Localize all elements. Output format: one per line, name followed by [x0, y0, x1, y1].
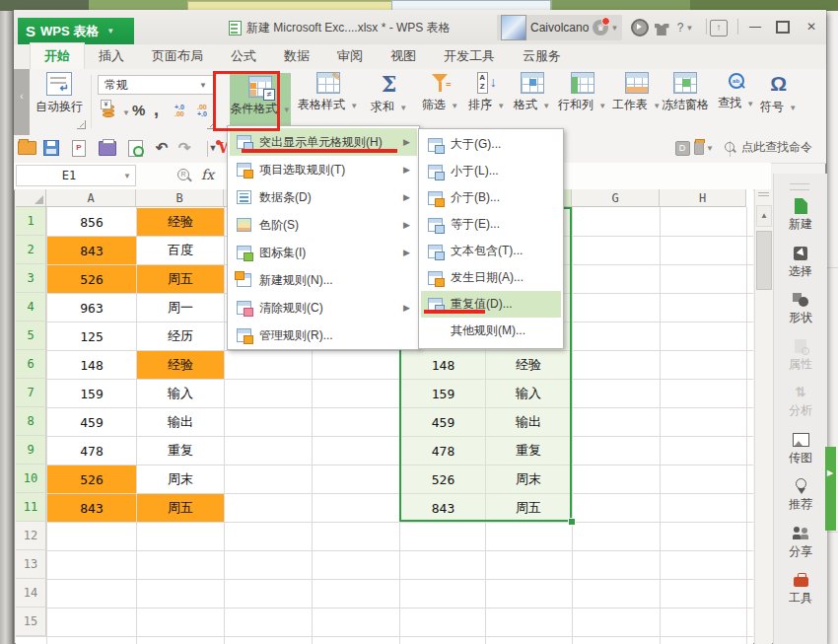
cell-B10[interactable]: 周末 — [137, 465, 224, 493]
scrollbar-thumb[interactable] — [756, 231, 772, 290]
cell-A3[interactable]: 526 — [47, 265, 136, 293]
number-format-select[interactable]: 常规 ▼ — [98, 75, 214, 95]
tab-review[interactable]: 审阅 — [323, 43, 377, 69]
cell-A2[interactable]: 843 — [47, 237, 136, 264]
app-tab[interactable]: S WPS 表格 ▼ — [18, 18, 134, 44]
undo-button[interactable]: ↶ — [152, 139, 172, 157]
cell-A4[interactable]: 963 — [47, 294, 136, 322]
symbol-button[interactable]: Ω 符号 ▼ — [760, 72, 797, 115]
cell-A6[interactable]: 148 — [47, 351, 136, 379]
save-button[interactable] — [41, 139, 61, 157]
split-handle[interactable] — [758, 192, 769, 196]
row-header-8[interactable]: 8 — [16, 407, 46, 436]
row-header-12[interactable]: 12 — [16, 522, 46, 550]
cell-A11[interactable]: 843 — [47, 494, 136, 522]
comma-style-button[interactable]: , — [154, 100, 159, 120]
menu-item-clear-rules[interactable]: 清除规则(C)▶ — [230, 294, 417, 322]
decrease-decimal-button[interactable]: .00+.0 — [197, 104, 207, 117]
row-header-13[interactable]: 13 — [16, 550, 46, 579]
column-header-H[interactable]: H — [660, 189, 746, 207]
scroll-up-arrow[interactable]: ▲ — [756, 205, 772, 227]
menu-item-data-bars[interactable]: 数据条(D)▶ — [230, 183, 417, 211]
tab-insert[interactable]: 插入 — [85, 43, 138, 69]
row-header-6[interactable]: 6 — [16, 350, 46, 379]
row-header-11[interactable]: 11 — [16, 493, 46, 522]
avatar[interactable] — [501, 15, 526, 40]
cell-F6[interactable]: 经验 — [486, 351, 571, 379]
find-button[interactable]: ab 查找 ▼ — [718, 72, 754, 111]
docer-button[interactable]: D — [672, 139, 692, 157]
menu-item-color-scales[interactable]: 色阶(S)▶ — [230, 211, 417, 239]
submenu-item-more-rules[interactable]: 其他规则(M)... — [421, 318, 561, 344]
cell-E11[interactable]: 843 — [401, 494, 485, 522]
vip-crown-icon[interactable]: ♛ — [593, 20, 608, 36]
row-header-1[interactable]: 1 — [16, 207, 46, 236]
sidebar-item-tools[interactable]: 工具 — [774, 571, 827, 614]
cell-B2[interactable]: 百度 — [137, 237, 224, 264]
row-header-4[interactable]: 4 — [16, 293, 46, 322]
close-button[interactable]: ✕ — [800, 18, 823, 36]
sidebar-item-recommend[interactable]: 推荐 — [774, 477, 827, 521]
redo-button[interactable]: ↷ — [175, 139, 194, 157]
row-header-2[interactable]: 2 — [16, 236, 46, 264]
print-button[interactable] — [98, 139, 117, 157]
tab-developer[interactable]: 开发工具 — [430, 43, 509, 69]
sidebar-item-upload-image[interactable]: 传图 — [774, 431, 827, 474]
cell-F10[interactable]: 周末 — [486, 465, 571, 493]
menu-item-new-rule[interactable]: 新建规则(N)... — [230, 266, 417, 294]
percent-style-button[interactable]: % — [132, 102, 145, 118]
filter-button[interactable]: 筛选 ▼ — [422, 72, 458, 113]
submenu-item-equal-to[interactable]: 等于(E)... — [421, 211, 561, 238]
tab-home[interactable]: 开始 — [30, 42, 85, 69]
cell-A7[interactable]: 159 — [47, 380, 136, 407]
cell-E6[interactable]: 148 — [401, 351, 485, 379]
chevron-down-icon[interactable]: ▼ — [123, 172, 131, 180]
row-header-3[interactable]: 3 — [16, 264, 46, 293]
sidebar-item-share[interactable]: 分享 — [774, 525, 827, 568]
cell-A5[interactable]: 125 — [47, 322, 136, 350]
row-header-5[interactable]: 5 — [16, 322, 46, 350]
user-account-area[interactable]: Caivolcano ♛ ▼ — [497, 15, 622, 40]
submenu-item-text-contains[interactable]: 文本包含(T)... — [421, 238, 561, 264]
cell-A9[interactable]: 478 — [47, 437, 136, 465]
row-header-14[interactable]: 14 — [16, 579, 46, 608]
sort-button[interactable]: AZ↓ 排序 ▼ — [468, 72, 505, 113]
submenu-item-between[interactable]: 介于(B)... — [421, 184, 561, 211]
print-preview-button[interactable] — [125, 139, 145, 157]
submenu-item-less-than[interactable]: 小于(L)... — [421, 158, 561, 184]
sync-status-icon[interactable] — [631, 19, 649, 36]
sidebar-grip[interactable] — [790, 183, 809, 190]
table-style-button[interactable]: ✎ 表格样式 ▼ — [298, 72, 358, 113]
rows-columns-button[interactable]: 行和列 ▼ — [558, 72, 606, 113]
cell-B9[interactable]: 重复 — [137, 437, 224, 465]
menu-item-manage-rules[interactable]: 管理规则(R)... — [230, 322, 417, 349]
cell-B5[interactable]: 经历 — [137, 322, 224, 350]
cell-A8[interactable]: 459 — [47, 408, 136, 436]
dialog-launcher-icon[interactable] — [77, 120, 86, 129]
worksheet-button[interactable]: 工作表 ▼ — [612, 72, 661, 113]
chevron-down-icon[interactable]: ▼ — [106, 27, 114, 36]
export-pdf-button[interactable]: P — [69, 139, 89, 157]
name-box[interactable]: E1 ▼ — [16, 165, 136, 186]
wrap-text-button[interactable]: 自动换行 — [35, 72, 83, 115]
sidebar-item-select[interactable]: 选择 — [774, 245, 827, 288]
sum-button[interactable]: Σ 求和 ▼ — [371, 72, 407, 115]
submenu-item-greater-than[interactable]: 大于(G)... — [421, 131, 561, 158]
cell-F7[interactable]: 输入 — [486, 380, 571, 407]
cell-A1[interactable]: 856 — [47, 208, 136, 236]
row-header-15[interactable]: 15 — [16, 608, 46, 636]
row-header-9[interactable]: 9 — [16, 436, 46, 465]
sidebar-item-new[interactable]: 新建 — [774, 197, 827, 241]
minimize-button[interactable]: — — [743, 18, 767, 36]
cell-B1[interactable]: 经验 — [137, 208, 224, 236]
sidebar-item-shapes[interactable]: 形状 — [774, 291, 827, 334]
help-button[interactable]: ?▼ — [676, 19, 694, 36]
tab-data[interactable]: 数据 — [270, 43, 323, 69]
cell-E8[interactable]: 459 — [401, 408, 485, 436]
cell-B4[interactable]: 周一 — [137, 294, 224, 322]
collapse-ribbon-button[interactable]: ↑ — [710, 19, 728, 36]
format-button[interactable]: 格式 ▼ — [514, 72, 550, 113]
cell-B3[interactable]: 周五 — [137, 265, 224, 293]
menu-item-top-bottom-rules[interactable]: 项目选取规则(T)▶ — [230, 156, 417, 183]
tab-page-layout[interactable]: 页面布局 — [138, 43, 217, 69]
